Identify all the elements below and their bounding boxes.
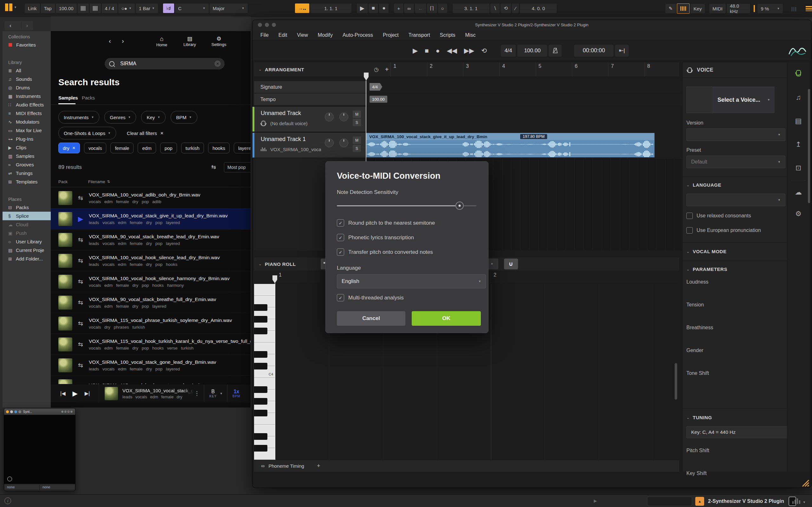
repost-icon[interactable]: ⇆ (78, 341, 83, 348)
key-map-button[interactable]: Key (691, 4, 705, 13)
sv-tempo[interactable]: 100.00 (517, 45, 547, 57)
search-bar[interactable]: ✕ (105, 58, 224, 69)
sidebar-item[interactable]: ⊶ Plug-Ins (3, 135, 51, 143)
player-bpm-control[interactable]: 1x BPM (233, 389, 241, 398)
shuffle-icon[interactable]: ⇆ (211, 164, 216, 170)
phoneme-timing-label[interactable]: Phoneme Timing (268, 463, 304, 469)
audio-clip[interactable]: VOX_SIRMA_100_vocal_stack_give_it_up_lea… (366, 133, 655, 158)
zoom-window-icon[interactable] (272, 23, 276, 27)
black-key[interactable] (254, 304, 267, 311)
sv-record-icon[interactable]: ● (436, 47, 440, 55)
cpu-load-menu[interactable]: 9 %▼ (757, 4, 783, 13)
sample-row[interactable]: ⇆▶ VOX_SIRMA_100_vocal_stack_gone_lead_d… (51, 355, 251, 376)
cancel-button[interactable]: Cancel (337, 311, 405, 326)
arrangement-position-field[interactable]: 1. 1. 1 (310, 3, 351, 13)
tag-chip[interactable]: vocals✕ (84, 143, 107, 153)
piano-roll-scrollbar[interactable] (675, 363, 677, 400)
search-input[interactable] (119, 60, 214, 67)
black-key[interactable] (254, 410, 267, 416)
black-key[interactable] (254, 363, 267, 370)
sv-time-display[interactable]: 00:00:00 (574, 45, 613, 57)
tag-chip[interactable]: pop✕ (160, 143, 177, 153)
sv-rewind-icon[interactable]: ◀◀ (447, 47, 457, 55)
track1-pan-knob[interactable] (339, 112, 348, 121)
sv-loop-icon[interactable]: ⟲ (481, 47, 487, 55)
track1-mute-button[interactable]: M (353, 111, 361, 118)
sv-play-icon[interactable]: ▶ (413, 47, 418, 55)
arrangement-ruler[interactable]: 1 2 3 4 5 6 7 8 9 (391, 62, 679, 76)
vocal-mode-section-header[interactable]: ⌄ VOCAL MODE (687, 249, 726, 254)
scale-name-menu[interactable]: Major▼ (210, 3, 248, 13)
sample-row[interactable]: ⇆▶ VOX_SIRMA_100_vocal_hook_silence_harm… (51, 271, 251, 292)
repost-icon[interactable]: ⇆ (78, 194, 83, 201)
sidebar-item[interactable]: ▦ Instruments (3, 92, 51, 101)
sidebar-item-favorites[interactable]: Favorites (3, 41, 51, 49)
tag-chip[interactable]: edm✕ (138, 143, 156, 153)
output-meter-icon[interactable]: ▼ (792, 498, 806, 504)
menu-item[interactable]: Scripts (440, 32, 455, 38)
track2-voice[interactable]: VOX_SIRMA_100_vocal_… (270, 147, 321, 152)
menu-item[interactable]: File (260, 32, 269, 38)
ok-button[interactable]: OK (412, 311, 481, 326)
tempo-value-chip[interactable]: 100.00 (369, 96, 387, 103)
parameter-label[interactable]: Key Shift (687, 470, 709, 476)
nudge-down-button[interactable] (78, 3, 89, 13)
black-key[interactable] (254, 398, 267, 405)
track2-mute-button[interactable]: M (353, 136, 361, 144)
sidebar-item[interactable]: ⊟ Packs (3, 203, 51, 212)
column-header-filename[interactable]: Filename⇅ (88, 179, 110, 184)
window-resize-grip[interactable] (800, 477, 810, 487)
player-key-control[interactable]: B KEY (209, 389, 217, 398)
tag-chip[interactable]: layered✕ (234, 143, 251, 153)
dialog-checkbox[interactable]: ✓ Transfer pitch onto converted notes (337, 248, 435, 256)
tag-chip[interactable]: turkish✕ (181, 143, 204, 153)
sidebar-item[interactable]: ◎ Drums (3, 83, 51, 92)
sample-row[interactable]: ⇆▶ VOX_SIRMA_100_vocal_stack_give_it_up_… (51, 209, 251, 229)
repost-icon[interactable]: ⇆ (78, 236, 83, 243)
status-field[interactable] (647, 497, 692, 506)
kebab-menu-icon[interactable]: ⋮ (194, 390, 200, 397)
back-arrow-icon[interactable]: ‹ (9, 22, 11, 29)
nav-library[interactable]: ▤ Library (180, 36, 199, 47)
sidebar-item[interactable]: ⊞ Add Folder... (3, 255, 51, 263)
sidebar-item[interactable]: ▭ Max for Live (3, 126, 51, 135)
punch-out-button[interactable]: ∕ (512, 3, 519, 13)
mini-window-field[interactable]: none (4, 485, 39, 490)
parameter-label[interactable]: Gender (687, 348, 713, 353)
nav-home[interactable]: ⌂ Home (153, 36, 171, 47)
tab-samples[interactable]: Samples (58, 95, 78, 101)
track2-name[interactable]: Unnamed Track 1 (261, 136, 306, 143)
collapse-chevron-icon[interactable]: ⌄ (258, 262, 262, 266)
menu-item[interactable]: Auto-Process (343, 32, 373, 38)
follow-button[interactable]: →‥ (295, 3, 309, 13)
black-key[interactable] (254, 433, 267, 440)
repost-icon[interactable]: ⇆ (78, 320, 83, 327)
menu-item[interactable]: View (297, 32, 308, 38)
panel-checkbox[interactable]: Use relaxed consonants (687, 213, 761, 219)
sidebar-item[interactable]: § Splice (3, 212, 51, 220)
next-track-icon[interactable]: ▶| (85, 390, 90, 396)
filter-dropdown[interactable]: Instruments▼ (58, 111, 99, 124)
filter-dropdown[interactable]: Key▼ (141, 111, 165, 124)
sample-row[interactable]: ⇆▶ VOX_SIRMA_90_vocal_stack_breathe_lead… (51, 229, 251, 250)
column-header-pack[interactable]: Pack (58, 179, 67, 184)
filter-dropdown[interactable]: BPM▼ (171, 111, 197, 124)
slider-handle[interactable] (455, 202, 464, 210)
menu-item[interactable]: Edit (278, 32, 287, 38)
sensitivity-slider[interactable] (337, 202, 476, 210)
scale-root-menu[interactable]: C▼ (175, 3, 209, 13)
track2-pan-knob[interactable] (339, 138, 348, 147)
dictionary-tab-icon[interactable]: ▤ (787, 117, 809, 125)
punch-button[interactable]: ⌈⌉ (427, 3, 437, 13)
black-key[interactable] (254, 386, 267, 393)
forward-arrow-icon[interactable]: › (21, 22, 28, 29)
mini-window-canvas[interactable] (4, 415, 75, 484)
add-track-icon[interactable]: + (385, 66, 389, 73)
stop-button[interactable]: ■ (368, 3, 378, 13)
sample-row[interactable]: ⇆▶ VOX_SIRMA_100_vocal_adlib_ooh_dry_Bmi… (51, 187, 251, 209)
nudge-up-button[interactable] (90, 3, 101, 13)
nav-settings[interactable]: ⚙ Settings (209, 36, 229, 47)
repost-icon[interactable]: ⇆ (78, 278, 83, 285)
parameter-label[interactable]: Pitch Shift (687, 448, 709, 453)
close-window-icon[interactable] (258, 23, 262, 27)
